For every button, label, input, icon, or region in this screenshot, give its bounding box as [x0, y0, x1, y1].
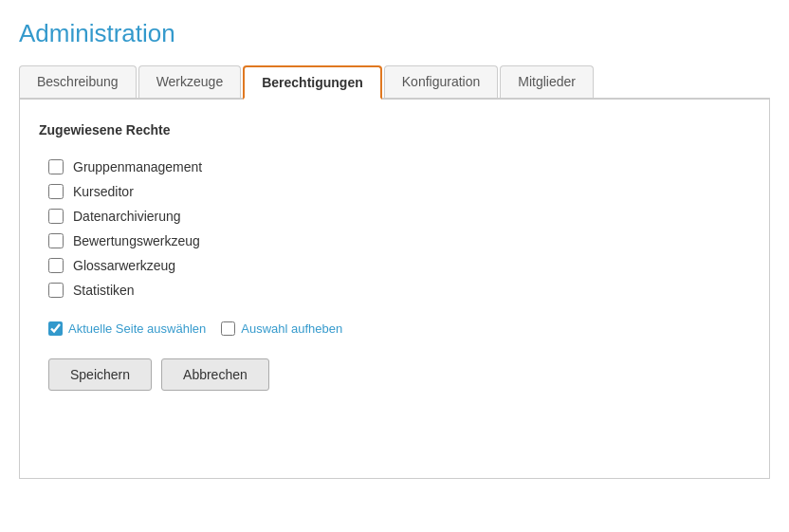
section-title: Zugewiesene Rechte [39, 122, 750, 138]
list-item: Bewertungswerkzeug [48, 229, 750, 253]
checkbox-datenarchivierung[interactable] [48, 209, 64, 224]
checkbox-label-datenarchivierung[interactable]: Datenarchivierung [73, 209, 181, 224]
checkbox-label-bewertungswerkzeug[interactable]: Bewertungswerkzeug [73, 233, 200, 248]
checkbox-kurseditor[interactable] [48, 184, 64, 199]
list-item: Kurseditor [48, 179, 750, 204]
tab-beschreibung[interactable]: Beschreibung [19, 65, 137, 98]
list-item: Glossarwerkzeug [48, 253, 750, 278]
checkbox-label-kurseditor[interactable]: Kurseditor [73, 184, 134, 199]
list-item: Gruppenmanagement [48, 155, 750, 179]
tabs-bar: Beschreibung Werkzeuge Berechtigungen Ko… [19, 65, 770, 100]
tab-konfiguration[interactable]: Konfiguration [384, 65, 499, 98]
checkbox-statistiken[interactable] [48, 283, 64, 298]
checkbox-glossarwerkzeug[interactable] [48, 258, 64, 273]
tab-berechtigungen[interactable]: Berechtigungen [243, 65, 382, 100]
checkbox-gruppenmanagement[interactable] [48, 159, 64, 174]
save-button[interactable]: Speichern [48, 358, 152, 391]
checkbox-bewertungswerkzeug[interactable] [48, 233, 64, 248]
select-all-wrapper: Aktuelle Seite auswählen [48, 321, 206, 336]
cancel-button[interactable]: Abbrechen [161, 358, 269, 391]
content-panel: Zugewiesene Rechte Gruppenmanagement Kur… [19, 100, 770, 479]
select-all-checkbox[interactable] [48, 321, 63, 336]
list-item: Statistiken [48, 278, 750, 303]
checkbox-list: Gruppenmanagement Kurseditor Datenarchiv… [48, 155, 750, 303]
checkbox-label-glossarwerkzeug[interactable]: Glossarwerkzeug [73, 258, 175, 273]
deselect-wrapper: Auswahl aufheben [221, 321, 342, 336]
page-title: Administration [19, 19, 770, 48]
deselect-checkbox[interactable] [221, 321, 235, 336]
tab-werkzeuge[interactable]: Werkzeuge [138, 65, 242, 98]
buttons-row: Speichern Abbrechen [48, 358, 750, 391]
page-container: Administration Beschreibung Werkzeuge Be… [0, 0, 789, 498]
checkbox-label-statistiken[interactable]: Statistiken [73, 283, 135, 298]
checkbox-label-gruppenmanagement[interactable]: Gruppenmanagement [73, 159, 202, 174]
deselect-label[interactable]: Auswahl aufheben [241, 321, 342, 336]
select-all-label[interactable]: Aktuelle Seite auswählen [68, 321, 206, 336]
list-item: Datenarchivierung [48, 204, 750, 229]
action-row: Aktuelle Seite auswählen Auswahl aufhebe… [48, 321, 750, 336]
tab-mitglieder[interactable]: Mitglieder [500, 65, 594, 98]
